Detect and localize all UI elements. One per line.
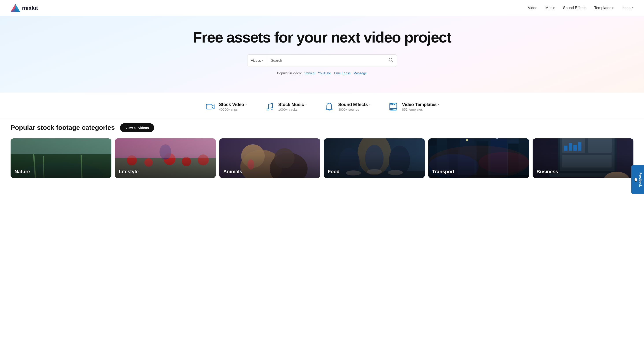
feature-stock-music-title: Stock Music	[278, 102, 304, 107]
nav-item-templates[interactable]: Templates	[594, 6, 614, 10]
category-label-animals: Animals	[223, 169, 242, 175]
popular-tag-youtube[interactable]: YouTube	[318, 71, 331, 75]
feature-video-templates-text: Video Templates › 852 templates	[402, 102, 439, 111]
svg-rect-11	[394, 103, 395, 105]
category-card-transport[interactable]: Transport	[428, 138, 529, 178]
logo[interactable]: mixkit	[10, 4, 38, 12]
svg-rect-13	[392, 109, 393, 110]
feature-stock-video[interactable]: Stock Video › 40000+ clips	[205, 101, 246, 112]
nav-item-music[interactable]: Music	[545, 6, 555, 10]
feature-stock-music-arrow: ›	[306, 103, 306, 106]
categories-section: Popular stock footage categories View al…	[0, 119, 644, 187]
category-card-food[interactable]: Food	[324, 138, 425, 178]
feature-video-templates-arrow: ›	[438, 103, 439, 106]
svg-point-7	[271, 107, 273, 109]
feature-stock-video-text: Stock Video › 40000+ clips	[219, 102, 246, 111]
feedback-button[interactable]: Feedback 💬	[631, 165, 644, 187]
bell-icon	[324, 101, 335, 112]
svg-rect-12	[390, 109, 392, 110]
feature-stock-music-subtitle: 1000+ tracks	[278, 108, 306, 111]
feature-video-templates-title: Video Templates	[402, 102, 436, 107]
music-icon	[264, 101, 275, 112]
svg-rect-14	[394, 109, 395, 110]
category-card-lifestyle[interactable]: Lifestyle	[115, 138, 216, 178]
feature-sound-effects-subtitle: 3000+ sounds	[338, 108, 370, 111]
nav-item-icons[interactable]: Icons	[622, 6, 634, 10]
categories-heading: Popular stock footage categories	[10, 124, 115, 131]
feature-stock-music[interactable]: Stock Music › 1000+ tracks	[264, 101, 306, 112]
video-icon	[205, 101, 216, 112]
svg-rect-9	[390, 103, 392, 105]
feature-stock-video-title: Stock Video	[219, 102, 244, 107]
feedback-icon: 💬	[634, 178, 638, 181]
view-all-button[interactable]: View all videos	[120, 123, 154, 132]
chevron-down-icon: ▾	[262, 59, 264, 62]
search-type-select[interactable]: Videos ▾	[248, 55, 268, 67]
feature-stock-video-arrow: ›	[246, 103, 246, 106]
hero-title: Free assets for your next video project	[10, 29, 634, 46]
feature-stock-music-text: Stock Music › 1000+ tracks	[278, 102, 306, 111]
svg-rect-5	[206, 104, 212, 109]
feedback-label: Feedback	[639, 172, 642, 187]
category-label-business: Business	[536, 169, 558, 175]
category-label-lifestyle: Lifestyle	[119, 169, 138, 175]
nav-link-video[interactable]: Video	[528, 6, 538, 10]
hero-section: Free assets for your next video project …	[0, 16, 644, 93]
search-bar-wrapper: Videos ▾	[10, 55, 634, 67]
category-card-animals[interactable]: Animals	[219, 138, 320, 178]
popular-label: Popular in video:	[277, 71, 302, 75]
svg-line-4	[392, 61, 393, 62]
popular-tags: Popular in video: Vertical YouTube Time …	[10, 71, 634, 75]
category-label-nature: Nature	[14, 169, 30, 175]
category-card-nature[interactable]: Nature	[10, 138, 112, 178]
feature-sound-effects-arrow: ›	[369, 103, 370, 106]
popular-tag-timelapse[interactable]: Time Lapse	[334, 71, 351, 75]
nav-link-sound-effects[interactable]: Sound Effects	[563, 6, 586, 10]
logo-text: mixkit	[22, 5, 38, 12]
category-card-business[interactable]: Business	[532, 138, 634, 178]
feature-links: Stock Video › 40000+ clips Stock Music ›…	[0, 93, 644, 119]
nav-item-sound-effects[interactable]: Sound Effects	[563, 6, 586, 10]
category-grid: Nature	[10, 138, 634, 178]
nav-links: Video Music Sound Effects Templates Icon…	[528, 6, 634, 10]
search-button[interactable]	[385, 58, 397, 64]
nav-item-video[interactable]: Video	[528, 6, 538, 10]
feature-stock-video-subtitle: 40000+ clips	[219, 108, 246, 111]
feature-sound-effects-title: Sound Effects	[338, 102, 368, 107]
nav-link-icons[interactable]: Icons	[622, 6, 634, 10]
feature-sound-effects-text: Sound Effects › 3000+ sounds	[338, 102, 370, 111]
svg-point-6	[267, 108, 269, 110]
svg-rect-10	[392, 103, 393, 105]
feature-video-templates-subtitle: 852 templates	[402, 108, 439, 111]
feature-sound-effects[interactable]: Sound Effects › 3000+ sounds	[324, 101, 370, 112]
nav-link-templates[interactable]: Templates	[594, 6, 614, 10]
search-input[interactable]	[267, 59, 385, 63]
category-label-transport: Transport	[432, 169, 454, 175]
popular-tag-massage[interactable]: Massage	[353, 71, 367, 75]
search-bar: Videos ▾	[247, 55, 397, 67]
film-icon	[388, 101, 398, 112]
search-type-label: Videos	[251, 59, 261, 62]
navbar: mixkit Video Music Sound Effects Templat…	[0, 0, 644, 16]
feature-video-templates[interactable]: Video Templates › 852 templates	[388, 101, 439, 112]
popular-tag-vertical[interactable]: Vertical	[304, 71, 315, 75]
category-label-food: Food	[328, 169, 340, 175]
nav-link-music[interactable]: Music	[545, 6, 555, 10]
categories-header: Popular stock footage categories View al…	[10, 123, 634, 132]
